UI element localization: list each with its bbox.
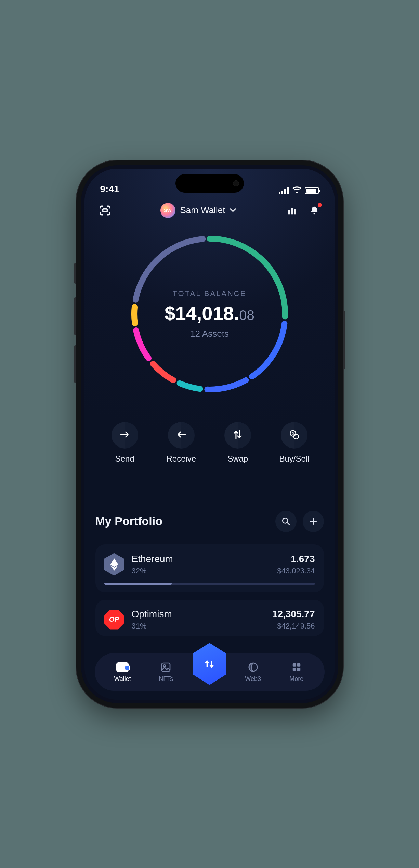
- svg-point-12: [290, 430, 296, 436]
- swap-button[interactable]: Swap: [214, 422, 262, 464]
- svg-rect-0: [103, 209, 107, 212]
- asset-card-optimism[interactable]: OP Optimism 31% 12,305.77 $42,149.56: [95, 600, 324, 636]
- send-icon: [120, 431, 130, 439]
- screen: 9:41: [84, 169, 335, 700]
- dynamic-island: [175, 174, 244, 193]
- buysell-button[interactable]: $ Buy/Sell: [270, 422, 318, 464]
- notifications-button[interactable]: [307, 204, 321, 217]
- assets-count: 12 Assets: [190, 328, 229, 339]
- side-button: [343, 311, 345, 369]
- wallet-icon: [116, 661, 129, 673]
- nav-more[interactable]: More: [279, 661, 314, 683]
- svg-point-14: [294, 434, 299, 439]
- svg-point-17: [164, 665, 166, 666]
- buysell-icon: $: [289, 429, 299, 441]
- buysell-label: Buy/Sell: [279, 454, 309, 464]
- receive-icon: [176, 431, 186, 439]
- optimism-icon: OP: [104, 610, 124, 630]
- scan-button[interactable]: [98, 204, 112, 217]
- image-icon: [160, 661, 171, 673]
- asset-pct: 32%: [132, 567, 270, 575]
- plus-icon: [309, 517, 318, 526]
- balance-donut[interactable]: TOTAL BALANCE $14,018.08 12 Assets: [126, 230, 293, 398]
- svg-rect-3: [294, 209, 296, 214]
- asset-name: Optimism: [132, 609, 265, 620]
- portfolio-section: My Portfolio: [84, 511, 335, 644]
- nav-nfts-label: NFTs: [159, 675, 173, 683]
- svg-rect-22: [297, 668, 300, 671]
- send-button[interactable]: Send: [101, 422, 149, 464]
- asset-row: OP Optimism 31% 12,305.77 $42,149.56: [104, 609, 315, 631]
- asset-pct: 31%: [132, 622, 265, 631]
- nav-web3[interactable]: Web3: [236, 661, 270, 683]
- swap-icon: [233, 430, 242, 441]
- search-icon: [281, 517, 290, 526]
- total-balance-label: TOTAL BALANCE: [173, 289, 247, 298]
- receive-label: Receive: [166, 454, 196, 464]
- svg-rect-21: [293, 668, 296, 671]
- ethereum-icon: [104, 553, 124, 576]
- wallet-selector[interactable]: SW Sam Wallet: [160, 203, 236, 218]
- side-button: [74, 297, 76, 335]
- status-time: 9:41: [100, 184, 119, 195]
- svg-rect-20: [297, 663, 300, 667]
- svg-rect-16: [162, 663, 170, 671]
- asset-progress: [104, 583, 315, 585]
- exchange-icon: [202, 657, 216, 672]
- side-button: [74, 345, 76, 383]
- swap-label: Swap: [227, 454, 248, 464]
- avatar: SW: [160, 203, 175, 218]
- grid-icon: [291, 661, 302, 673]
- asset-row: Ethereum 32% 1.673 $43,023.34: [104, 553, 315, 576]
- balance-donut-area: TOTAL BALANCE $14,018.08 12 Assets: [84, 230, 335, 398]
- balance-cents: 08: [239, 308, 254, 323]
- svg-text:$: $: [292, 432, 294, 435]
- signal-icon: [279, 187, 289, 194]
- fab-exchange-button[interactable]: [189, 642, 229, 686]
- svg-rect-1: [288, 210, 290, 214]
- top-toolbar: SW Sam Wallet: [84, 203, 335, 218]
- nav-web3-label: Web3: [245, 675, 261, 683]
- screen-wrap: 9:41: [81, 165, 338, 703]
- asset-fiat: $43,023.34: [277, 567, 315, 575]
- stats-button[interactable]: [285, 204, 299, 217]
- add-button[interactable]: [303, 511, 324, 532]
- nav-wallet[interactable]: Wallet: [105, 661, 140, 683]
- asset-amount: 1.673: [277, 554, 315, 565]
- search-button[interactable]: [275, 511, 297, 532]
- stage: 9:41: [0, 0, 419, 868]
- portfolio-actions: [275, 511, 324, 532]
- nav-nfts[interactable]: NFTs: [149, 661, 183, 683]
- fab-wrap: [192, 653, 226, 691]
- send-label: Send: [115, 454, 134, 464]
- notification-badge: [318, 203, 322, 207]
- action-row: Send Receive Swap $ Buy/Sell: [84, 422, 335, 464]
- balance-main: $14,018.: [165, 302, 239, 324]
- svg-rect-19: [293, 663, 296, 667]
- receive-button[interactable]: Receive: [157, 422, 205, 464]
- svg-point-15: [283, 518, 288, 523]
- asset-card-ethereum[interactable]: Ethereum 32% 1.673 $43,023.34: [95, 544, 324, 592]
- bottom-nav: Wallet NFTs Web3: [95, 653, 325, 691]
- chevron-down-icon: [230, 206, 236, 214]
- portfolio-title: My Portfolio: [95, 515, 162, 528]
- wifi-icon: [292, 186, 301, 195]
- svg-rect-2: [291, 208, 293, 214]
- side-button: [74, 263, 76, 284]
- globe-icon: [248, 661, 259, 673]
- nav-more-label: More: [289, 675, 303, 683]
- asset-amount: 12,305.77: [272, 609, 315, 620]
- portfolio-header: My Portfolio: [95, 511, 324, 532]
- nav-wallet-label: Wallet: [114, 675, 131, 683]
- status-icons: [279, 186, 319, 195]
- topbar-right: [285, 204, 321, 217]
- phone-frame: 9:41: [76, 160, 343, 708]
- asset-fiat: $42,149.56: [272, 622, 315, 631]
- battery-icon: [305, 187, 319, 194]
- total-balance-value: $14,018.08: [165, 302, 254, 324]
- wallet-name: Sam Wallet: [180, 205, 225, 216]
- donut-center: TOTAL BALANCE $14,018.08 12 Assets: [126, 230, 293, 398]
- asset-name: Ethereum: [132, 554, 270, 565]
